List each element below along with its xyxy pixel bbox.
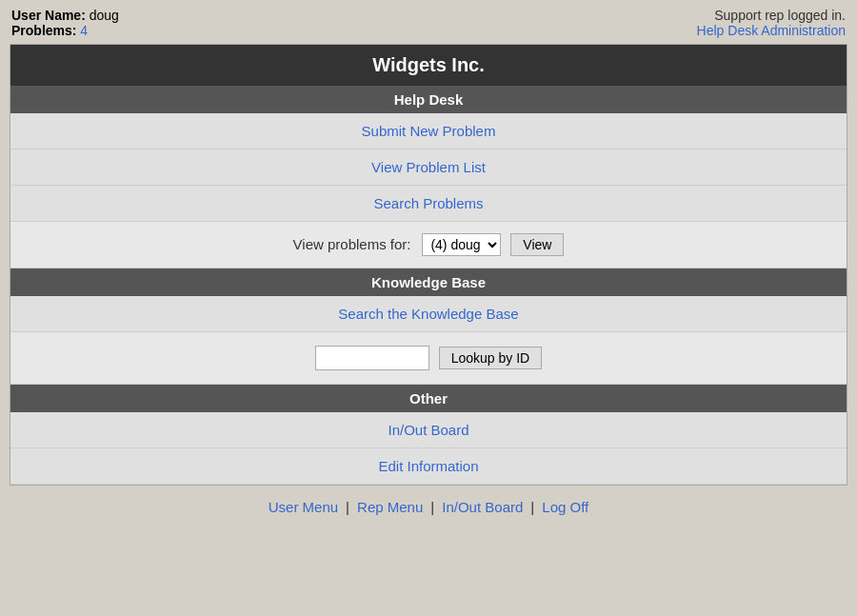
inout-board-row: In/Out Board	[10, 412, 847, 448]
username-value: doug	[90, 8, 119, 23]
helpdesk-section-header: Help Desk	[10, 86, 847, 113]
other-section-header: Other	[10, 385, 847, 412]
username-line: User Name: doug	[11, 8, 119, 23]
footer-inout-board-link[interactable]: In/Out Board	[442, 499, 523, 515]
edit-information-link[interactable]: Edit Information	[378, 458, 478, 474]
edit-information-row: Edit Information	[10, 448, 847, 485]
submit-new-problem-link[interactable]: Submit New Problem	[362, 123, 496, 139]
top-bar-left: User Name: doug Problems: 4	[11, 8, 119, 38]
top-bar: User Name: doug Problems: 4 Support rep …	[0, 0, 857, 44]
top-bar-right: Support rep logged in. Help Desk Adminis…	[697, 8, 846, 38]
search-problems-link[interactable]: Search Problems	[373, 195, 483, 211]
view-problems-label: View problems for:	[293, 236, 411, 252]
lookup-row: Lookup by ID	[10, 332, 847, 385]
site-title: Widgets Inc.	[10, 45, 847, 86]
main-container: Widgets Inc. Help Desk Submit New Proble…	[10, 44, 847, 486]
problems-label: Problems:	[11, 23, 76, 38]
view-problem-list-link[interactable]: View Problem List	[371, 159, 486, 175]
footer-log-off-link[interactable]: Log Off	[542, 499, 588, 515]
lookup-button[interactable]: Lookup by ID	[439, 347, 543, 369]
admin-link[interactable]: Help Desk Administration	[697, 23, 846, 38]
footer-nav: User Menu | Rep Menu | In/Out Board | Lo…	[0, 486, 857, 528]
footer-separator-1: |	[346, 499, 353, 515]
status-text: Support rep logged in.	[714, 8, 846, 23]
problems-line: Problems: 4	[11, 23, 119, 38]
view-button[interactable]: View	[510, 233, 564, 256]
username-label: User Name:	[11, 8, 86, 23]
footer-rep-menu-link[interactable]: Rep Menu	[357, 499, 423, 515]
view-problems-row: View problems for: (4) doug View	[10, 222, 847, 268]
footer-separator-2: |	[430, 499, 438, 515]
search-knowledge-base-row: Search the Knowledge Base	[10, 296, 847, 332]
knowledgebase-section-header: Knowledge Base	[10, 268, 847, 296]
footer-user-menu-link[interactable]: User Menu	[269, 499, 338, 515]
inout-board-link[interactable]: In/Out Board	[388, 422, 468, 438]
search-knowledge-base-link[interactable]: Search the Knowledge Base	[338, 306, 518, 322]
view-problem-list-row: View Problem List	[10, 149, 847, 186]
view-problems-select[interactable]: (4) doug	[422, 233, 501, 256]
submit-new-problem-row: Submit New Problem	[10, 113, 847, 149]
problems-count: 4	[80, 23, 88, 38]
footer-separator-3: |	[530, 499, 538, 515]
lookup-input[interactable]	[315, 346, 429, 370]
search-problems-row: Search Problems	[10, 186, 847, 222]
